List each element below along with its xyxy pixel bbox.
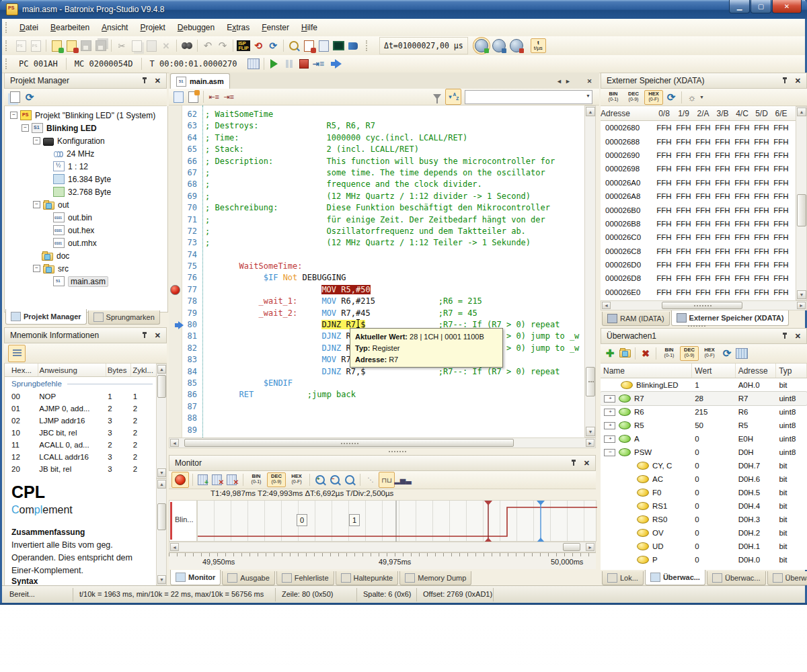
editor-hscrollbar[interactable]: ◄ ► bbox=[169, 437, 596, 448]
tree-expander[interactable]: − bbox=[10, 112, 17, 119]
column-header[interactable]: Adresse bbox=[601, 106, 654, 120]
tab--berwac-[interactable]: Überwac... bbox=[645, 570, 705, 585]
sort-az-icon[interactable]: ▼AZ bbox=[445, 89, 461, 105]
xdata-row[interactable]: 00002680FFHFFHFFHFFHFFHFFHFFH bbox=[601, 121, 796, 134]
tree-expander[interactable]: − bbox=[22, 124, 29, 132]
square-wave-icon[interactable]: ⊓⊔ bbox=[379, 472, 395, 488]
xdata-row[interactable]: 000026E0FFHFFHFFHFFHFFHFFHFFH bbox=[601, 286, 796, 299]
code-line[interactable]: ; für einige Zeit. Der Zeitbedarf hängt … bbox=[205, 214, 582, 226]
interpolation-icon[interactable]: ⋱ bbox=[364, 473, 377, 487]
xdata-row[interactable]: 000026D8FFHFFHFFHFFHFFHFFHFFH bbox=[601, 271, 796, 285]
record-icon[interactable] bbox=[171, 472, 189, 488]
editor-vscrollbar[interactable]: ▲ ▼ bbox=[584, 106, 596, 437]
format-dec-button[interactable]: DEC(0-9) bbox=[267, 472, 286, 487]
xdata-row[interactable]: 00002698FFHFFHFFHFFHFFHFFHFFH bbox=[601, 162, 796, 175]
code-line[interactable]: $IF Not DEBUGGING bbox=[205, 272, 582, 284]
refresh-icon[interactable]: ⟳ bbox=[23, 91, 36, 104]
help-book-icon[interactable] bbox=[346, 39, 360, 52]
menu-item-debuggen[interactable]: Debuggen bbox=[171, 21, 221, 34]
xdata-row[interactable]: 000026D0FFHFFHFFHFFHFFHFFHFFH bbox=[601, 258, 796, 271]
tab-projekt-manager[interactable]: Projekt Manager bbox=[5, 309, 87, 325]
undo-icon[interactable]: ↶ bbox=[201, 39, 215, 52]
close-panel-icon[interactable]: ✕ bbox=[584, 459, 590, 468]
close-button[interactable]: ✕ bbox=[772, 0, 802, 13]
indent-icon[interactable]: ⇥≡ bbox=[222, 90, 235, 103]
menu-item-extras[interactable]: Extras bbox=[221, 21, 256, 34]
tree-expander[interactable]: − bbox=[33, 201, 40, 208]
menu-item-ansicht[interactable]: Ansicht bbox=[95, 21, 134, 34]
bar-view-icon[interactable]: ▂▅▃ bbox=[396, 473, 410, 487]
project-open-icon[interactable]: PS bbox=[29, 39, 42, 52]
pin-icon[interactable] bbox=[781, 77, 788, 84]
tab-monitor[interactable]: Monitor bbox=[170, 570, 221, 585]
search-file-icon[interactable] bbox=[287, 39, 301, 52]
splitter-grip[interactable] bbox=[389, 451, 406, 452]
tab-fehlerliste[interactable]: Fehlerliste bbox=[276, 571, 334, 585]
tree-item[interactable]: out.hex bbox=[5, 224, 167, 237]
format-bin-button[interactable]: BIN(0-1) bbox=[604, 90, 623, 105]
clear-signals-icon[interactable]: ✕ bbox=[226, 473, 239, 487]
delete-watch-icon[interactable]: ✖ bbox=[639, 347, 652, 360]
close-panel-icon[interactable]: ✕ bbox=[795, 332, 801, 341]
tree-item[interactable]: −Konfiguration bbox=[5, 134, 167, 147]
splitter-grip[interactable] bbox=[688, 325, 705, 327]
refresh-icon[interactable]: ⟳ bbox=[664, 91, 678, 104]
format-hex-button[interactable]: HEX(0-F) bbox=[287, 472, 306, 487]
tab--berwac-[interactable]: Überwac... bbox=[707, 571, 766, 585]
minimize-button[interactable]: ▁ bbox=[729, 0, 750, 13]
menu-item-bearbeiten[interactable]: Bearbeiten bbox=[44, 21, 95, 34]
pin-icon[interactable] bbox=[141, 77, 148, 84]
format-bin-button[interactable]: BIN(0-1) bbox=[660, 346, 679, 361]
delete-icon[interactable]: ✕ bbox=[159, 39, 173, 52]
search-icon[interactable] bbox=[180, 39, 194, 52]
reset-time-icon[interactable] bbox=[247, 57, 260, 71]
edit-file-icon[interactable] bbox=[65, 39, 78, 52]
tree-item[interactable]: main.asm bbox=[5, 275, 167, 288]
symbol-combobox[interactable] bbox=[465, 90, 592, 104]
column-header[interactable]: 6/E bbox=[771, 106, 791, 120]
mnemonic-list-icon[interactable] bbox=[8, 345, 26, 362]
xdata-row[interactable]: 00002690FFHFFHFFHFFHFFHFFHFFH bbox=[601, 149, 796, 162]
pin-icon[interactable] bbox=[781, 333, 788, 339]
column-header[interactable]: Zykl... bbox=[131, 364, 157, 376]
tab-haltepunkte[interactable]: Haltepunkte bbox=[336, 571, 399, 585]
xdata-hscrollbar[interactable]: ◄ ► bbox=[601, 300, 807, 310]
code-line[interactable] bbox=[205, 249, 582, 261]
pause-icon[interactable] bbox=[282, 57, 296, 71]
column-header[interactable]: 4/C bbox=[732, 106, 752, 120]
tree-item[interactable]: out.bin bbox=[5, 211, 167, 224]
code-line[interactable]: MOV R5,#50 bbox=[205, 284, 582, 296]
mnemonic-scrollbar[interactable]: ▲ ▼ bbox=[156, 364, 167, 478]
xdata-row[interactable]: 00002688FFHFFHFFHFFHFFHFFHFFH bbox=[601, 134, 796, 148]
tree-expander[interactable]: − bbox=[33, 137, 40, 144]
project-new-icon[interactable]: PS bbox=[14, 39, 28, 52]
close-panel-icon[interactable]: ✕ bbox=[155, 77, 161, 85]
stopwatch-stop-icon[interactable] bbox=[510, 39, 523, 52]
watch-row-p[interactable]: P0D0H.0bit bbox=[601, 553, 807, 566]
tab-scroll-right-icon[interactable]: ► bbox=[564, 77, 572, 85]
tab--berwac-[interactable]: Überwac... bbox=[767, 571, 807, 585]
xdata-row[interactable]: 000026C8FFHFFHFFHFFHFFHFFHFFH bbox=[601, 245, 796, 258]
transfer-icon[interactable]: ⟳ bbox=[266, 39, 280, 52]
tree-item[interactable]: −src bbox=[5, 262, 167, 275]
add-watch-icon[interactable]: ✚ bbox=[603, 347, 617, 360]
errorlist-icon[interactable] bbox=[302, 39, 315, 52]
tree-item[interactable]: −out bbox=[5, 198, 167, 211]
xdata-row[interactable]: 000026B8FFHFFHFFHFFHFFHFFHFFH bbox=[601, 217, 796, 230]
mnemonic-table-header[interactable]: Hex...AnweisungBytesZykl... bbox=[5, 364, 157, 377]
filter-icon[interactable] bbox=[430, 90, 444, 103]
watch-row-blinkingled[interactable]: BlinkingLED1A0H.0bit bbox=[601, 378, 807, 392]
watch-row-cy-c[interactable]: CY, C0D0H.7bit bbox=[601, 459, 807, 472]
breakpoint-margin[interactable] bbox=[169, 106, 182, 437]
tree-item[interactable]: doc bbox=[5, 249, 167, 262]
zoom-out-icon[interactable]: − bbox=[328, 473, 342, 487]
column-header[interactable]: 1/9 bbox=[674, 106, 693, 120]
tab-sprungmarken[interactable]: Sprungmarken bbox=[88, 310, 160, 325]
column-header[interactable]: Typ bbox=[776, 364, 807, 378]
waveform-area[interactable]: 0 1 bbox=[197, 500, 597, 542]
watch-expander[interactable]: + bbox=[604, 435, 615, 443]
time-unit-button[interactable]: tt/µs bbox=[531, 38, 546, 53]
column-header[interactable]: 2/A bbox=[693, 106, 713, 120]
copy-icon[interactable] bbox=[130, 39, 143, 52]
tree-item[interactable]: −Projekt "Blinking LED" (1 System) bbox=[5, 109, 167, 122]
